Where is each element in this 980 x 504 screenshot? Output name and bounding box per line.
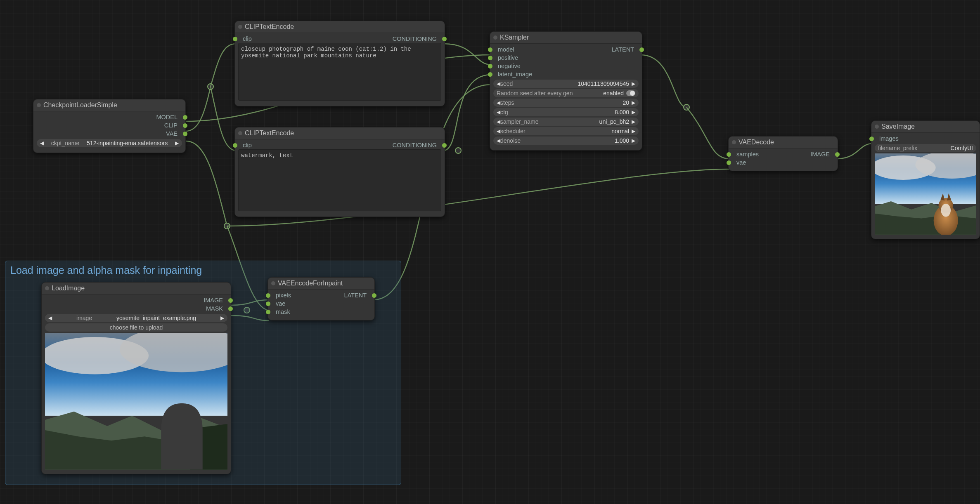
prompt-textarea[interactable] [238, 149, 441, 211]
input-clip[interactable]: clip [239, 35, 256, 42]
widget-image-name[interactable]: ◀ image yosemite_inpaint_example.png ▶ [45, 314, 227, 322]
node-title[interactable]: LoadImage [42, 283, 231, 294]
svg-point-20 [941, 204, 951, 217]
node-ksampler[interactable]: KSampler model LATENT positive negative … [490, 31, 642, 151]
arrow-left-icon[interactable]: ◀ [497, 128, 500, 134]
output-latent[interactable]: LATENT [340, 292, 371, 299]
arrow-left-icon[interactable]: ◀ [497, 119, 500, 125]
widget-sampler-name[interactable]: ◀ sampler_name uni_pc_bh2 ▶ [493, 118, 639, 126]
port-dot[interactable] [228, 306, 233, 311]
widget-steps[interactable]: ◀ steps 20 ▶ [493, 99, 639, 107]
port-dot[interactable] [488, 56, 492, 60]
port-dot[interactable] [727, 152, 731, 157]
port-dot[interactable] [266, 293, 270, 298]
port-dot[interactable] [372, 293, 376, 298]
input-negative[interactable]: negative [494, 63, 525, 69]
input-positive[interactable]: positive [494, 54, 522, 61]
input-pixels[interactable]: pixels [272, 292, 295, 299]
input-images[interactable]: images [875, 135, 903, 142]
widget-denoise[interactable]: ◀ denoise 1.000 ▶ [493, 137, 639, 145]
port-dot[interactable] [727, 160, 731, 165]
output-mask[interactable]: MASK [202, 305, 227, 312]
node-title[interactable]: CLIPTextEncode [235, 21, 445, 33]
output-image[interactable]: IMAGE [199, 297, 227, 304]
node-vae-encode-inpaint[interactable]: VAEEncodeForInpaint pixels LATENT vae ma… [267, 277, 375, 320]
node-title[interactable]: VAEDecode [729, 137, 838, 148]
port-dot[interactable] [488, 72, 492, 77]
arrow-right-icon[interactable]: ▶ [175, 140, 179, 146]
arrow-right-icon[interactable]: ▶ [632, 81, 635, 87]
node-clip-text-encode-positive[interactable]: CLIPTextEncode clip CONDITIONING [234, 21, 445, 106]
port-dot[interactable] [835, 152, 840, 157]
port-dot[interactable] [488, 64, 492, 68]
node-vae-decode[interactable]: VAEDecode samples IMAGE vae [728, 136, 838, 171]
widget-seed[interactable]: ◀ seed 1040111309094545 ▶ [493, 80, 639, 88]
port-dot[interactable] [869, 137, 874, 141]
node-load-image[interactable]: LoadImage IMAGE MASK ◀ image yosemite_in… [41, 282, 231, 474]
output-conditioning[interactable]: CONDITIONING [388, 142, 441, 148]
port-dot[interactable] [639, 47, 644, 52]
arrow-left-icon[interactable]: ◀ [497, 81, 500, 87]
port-dot[interactable] [183, 132, 187, 136]
node-title[interactable]: VAEEncodeForInpaint [268, 278, 374, 290]
node-title[interactable]: CLIPTextEncode [235, 127, 445, 139]
output-vae[interactable]: VAE [162, 130, 182, 137]
svg-point-4 [684, 104, 689, 110]
input-model[interactable]: model [494, 46, 518, 53]
svg-point-2 [455, 148, 461, 153]
arrow-left-icon[interactable]: ◀ [497, 138, 500, 144]
toggle-switch[interactable] [626, 90, 635, 96]
output-conditioning[interactable]: CONDITIONING [388, 35, 441, 42]
port-dot[interactable] [488, 47, 492, 52]
node-checkpoint-loader[interactable]: CheckpointLoaderSimple MODEL CLIP VAE ◀ … [33, 99, 186, 153]
arrow-right-icon[interactable]: ▶ [632, 100, 635, 106]
arrow-left-icon[interactable]: ◀ [40, 140, 44, 146]
widget-random-seed-toggle[interactable]: Random seed after every gen enabled [493, 89, 639, 97]
arrow-left-icon[interactable]: ◀ [497, 100, 500, 106]
output-image-preview [875, 153, 976, 235]
prompt-textarea[interactable] [238, 43, 441, 101]
port-dot[interactable] [233, 143, 237, 148]
port-dot[interactable] [266, 310, 270, 314]
output-image[interactable]: IMAGE [806, 151, 834, 158]
port-dot[interactable] [442, 143, 447, 148]
port-dot[interactable] [266, 301, 270, 306]
port-dot[interactable] [228, 298, 233, 303]
input-vae[interactable]: vae [272, 300, 289, 307]
arrow-left-icon[interactable]: ◀ [48, 315, 52, 321]
arrow-right-icon[interactable]: ▶ [632, 119, 635, 125]
input-clip[interactable]: clip [239, 142, 256, 148]
node-title[interactable]: CheckpointLoaderSimple [33, 99, 185, 111]
input-mask[interactable]: mask [272, 309, 294, 315]
node-title[interactable]: SaveImage [871, 121, 980, 133]
input-latent-image[interactable]: latent_image [494, 71, 536, 78]
widget-filename-prefix[interactable]: filename_prefix ComfyUI [875, 144, 976, 152]
arrow-right-icon[interactable]: ▶ [220, 315, 224, 321]
svg-point-1 [224, 223, 230, 229]
widget-ckpt-name[interactable]: ◀ ckpt_name 512-inpainting-ema.safetenso… [37, 139, 182, 147]
node-title[interactable]: KSampler [490, 32, 642, 44]
port-dot[interactable] [183, 123, 187, 128]
input-vae[interactable]: vae [732, 159, 750, 166]
node-save-image[interactable]: SaveImage images filename_prefix ComfyUI [871, 120, 980, 239]
port-dot[interactable] [233, 37, 237, 41]
arrow-right-icon[interactable]: ▶ [632, 138, 635, 144]
choose-file-button[interactable]: choose file to upload [45, 323, 227, 332]
port-dot[interactable] [442, 37, 447, 41]
svg-point-0 [208, 84, 213, 89]
loaded-image-preview [45, 333, 227, 470]
output-model[interactable]: MODEL [152, 114, 182, 120]
output-clip[interactable]: CLIP [160, 122, 182, 129]
node-clip-text-encode-negative[interactable]: CLIPTextEncode clip CONDITIONING [234, 127, 445, 217]
arrow-left-icon[interactable]: ◀ [497, 109, 500, 115]
output-latent[interactable]: LATENT [607, 46, 638, 53]
arrow-right-icon[interactable]: ▶ [632, 128, 635, 134]
arrow-right-icon[interactable]: ▶ [632, 109, 635, 115]
widget-scheduler[interactable]: ◀ scheduler normal ▶ [493, 127, 639, 135]
input-samples[interactable]: samples [732, 151, 763, 158]
port-dot[interactable] [183, 115, 187, 120]
widget-cfg[interactable]: ◀ cfg 8.000 ▶ [493, 108, 639, 116]
